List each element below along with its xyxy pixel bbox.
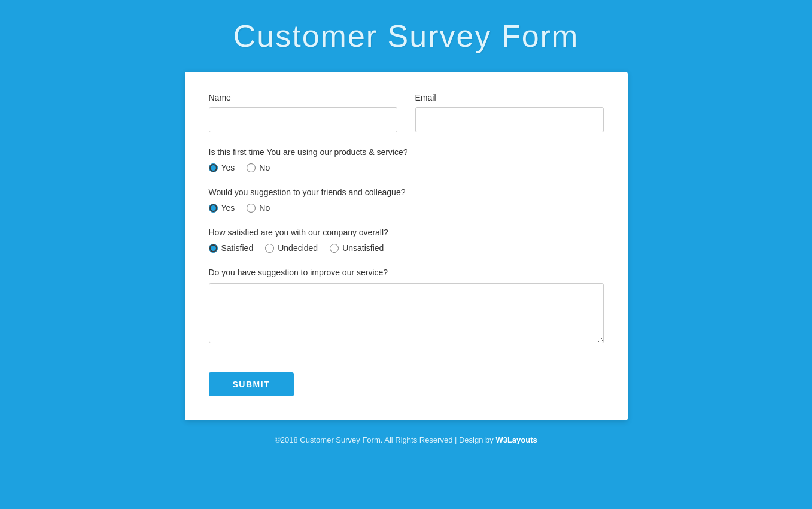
question3-undecided-label[interactable]: Undecided [265, 243, 318, 253]
question3-unsatisfied-radio[interactable] [330, 244, 339, 253]
question3-undecided-text: Undecided [278, 243, 318, 253]
question3-unsatisfied-text: Unsatisfied [342, 243, 384, 253]
question1-radio-group: Yes No [209, 163, 604, 172]
question3-unsatisfied-label[interactable]: Unsatisfied [330, 243, 384, 253]
question2-text: Would you suggestion to your friends and… [209, 187, 604, 197]
question1-text: Is this first time You are using our pro… [209, 147, 604, 157]
question4-text: Do you have suggestion to improve our se… [209, 268, 604, 277]
page-title: Customer Survey Form [233, 18, 579, 54]
name-input[interactable] [209, 107, 397, 132]
submit-button[interactable]: SUBMIT [209, 372, 294, 396]
question1-no-text: No [259, 163, 270, 172]
question3-radio-group: Satisfied Undecided Unsatisfied [209, 243, 604, 253]
form-card: Name Email Is this first time You are us… [185, 72, 628, 420]
question2-no-label[interactable]: No [247, 203, 270, 213]
question3-satisfied-text: Satisfied [221, 243, 254, 253]
email-label: Email [415, 93, 604, 102]
question3-satisfied-radio[interactable] [209, 244, 218, 253]
question3-text: How satisfied are you with our company o… [209, 228, 604, 237]
question1-block: Is this first time You are using our pro… [209, 147, 604, 172]
email-group: Email [415, 93, 604, 132]
question1-yes-radio[interactable] [209, 163, 218, 172]
question2-yes-radio[interactable] [209, 204, 218, 213]
question1-no-radio[interactable] [247, 163, 256, 172]
footer: ©2018 Customer Survey Form. All Rights R… [275, 435, 537, 444]
footer-text: ©2018 Customer Survey Form. All Rights R… [275, 435, 495, 444]
name-group: Name [209, 93, 397, 132]
name-label: Name [209, 93, 397, 102]
footer-link[interactable]: W3Layouts [495, 435, 537, 444]
question2-yes-text: Yes [221, 203, 235, 213]
question3-block: How satisfied are you with our company o… [209, 228, 604, 253]
question4-block: Do you have suggestion to improve our se… [209, 268, 604, 346]
question3-satisfied-label[interactable]: Satisfied [209, 243, 254, 253]
question2-no-radio[interactable] [247, 204, 256, 213]
name-email-row: Name Email [209, 93, 604, 132]
question2-no-text: No [259, 203, 270, 213]
question1-yes-text: Yes [221, 163, 235, 172]
question1-yes-label[interactable]: Yes [209, 163, 235, 172]
suggestion-textarea[interactable] [209, 283, 604, 343]
question3-undecided-radio[interactable] [265, 244, 274, 253]
question1-no-label[interactable]: No [247, 163, 270, 172]
question2-yes-label[interactable]: Yes [209, 203, 235, 213]
question2-block: Would you suggestion to your friends and… [209, 187, 604, 213]
question2-radio-group: Yes No [209, 203, 604, 213]
email-input[interactable] [415, 107, 604, 132]
